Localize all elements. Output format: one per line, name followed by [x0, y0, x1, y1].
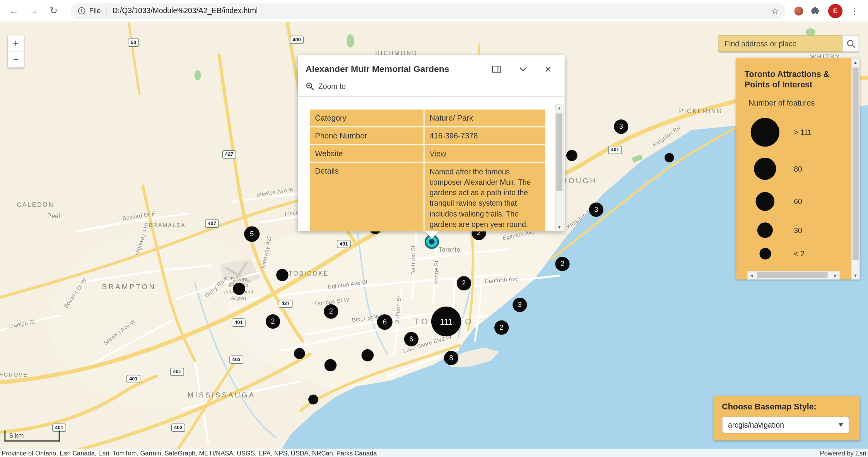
legend-item: 60 [736, 192, 859, 211]
scheme-chip[interactable]: File [77, 7, 101, 15]
selected-feature-core [429, 239, 434, 244]
highway-shield: 427 [279, 300, 293, 308]
table-row: Phone Number 416-396-7378 [310, 127, 545, 145]
highway-shield: 403 [171, 424, 185, 432]
legend-item: 30 [736, 222, 859, 238]
scalebar: 5 km [4, 430, 60, 442]
popup-pointer [425, 231, 438, 239]
cluster-marker[interactable]: 111 [431, 307, 461, 336]
attribute-table: Category Nature/ Park Phone Number 416-3… [310, 109, 545, 231]
highway-shield: 401 [232, 319, 246, 327]
legend-vertical-scrollbar[interactable]: ▲ ▼ [851, 58, 859, 279]
cluster-marker[interactable]: 2 [494, 321, 509, 335]
table-row: Website View [310, 145, 545, 163]
cluster-marker[interactable]: 2 [266, 314, 280, 329]
table-row: Details Named after the famous composer … [310, 163, 545, 231]
scroll-down-arrow[interactable]: ▼ [556, 223, 563, 231]
place-label: SHGROVE [0, 372, 28, 378]
cluster-size-symbol [759, 248, 771, 259]
place-label: MISSISSAUGA [188, 391, 255, 399]
search-button[interactable] [842, 36, 859, 52]
table-row: Category Nature/ Park [310, 109, 545, 127]
zoom-to-action[interactable]: Zoom to [318, 82, 346, 90]
url-text[interactable]: D:/Q3/1033/Module%203/A2_EB/index.html [112, 7, 766, 15]
field-label: Phone Number [310, 127, 424, 144]
scroll-down-arrow[interactable]: ▼ [852, 272, 859, 279]
scrollbar-thumb[interactable] [757, 272, 827, 278]
field-label: Category [310, 109, 424, 126]
feature-point[interactable] [233, 283, 245, 295]
scroll-up-arrow[interactable]: ▲ [852, 59, 859, 66]
scroll-right-arrow[interactable]: ► [832, 272, 839, 279]
address-bar[interactable]: File D:/Q3/1033/Module%203/A2_EB/index.h… [71, 3, 786, 19]
website-view-link[interactable]: View [430, 149, 446, 158]
feature-point[interactable] [325, 359, 337, 371]
legend-item: 80 [736, 158, 859, 180]
browser-menu-icon[interactable]: ⋮ [850, 5, 859, 16]
highway-shield: 401 [170, 368, 184, 376]
feature-point[interactable] [308, 394, 318, 404]
feature-point[interactable] [362, 349, 374, 361]
cluster-marker[interactable]: 2 [324, 304, 338, 319]
cluster-size-symbol [754, 158, 776, 180]
cluster-marker[interactable]: 6 [404, 332, 419, 346]
basemap-picker-panel: Choose Basemap Style: arcgis/navigation [714, 396, 859, 440]
cluster-marker[interactable]: 6 [377, 314, 393, 330]
dock-icon[interactable] [492, 65, 502, 73]
basemap-select[interactable]: arcgis/navigation [722, 417, 849, 433]
legend-value: < 2 [794, 249, 804, 257]
legend-title: Toronto Attractions & Points of Interest [745, 68, 843, 89]
basemap-selected-value: arcgis/navigation [728, 421, 839, 429]
highway-shield: 401 [337, 240, 351, 248]
attribution-bar: Province of Ontario, Esri Canada, Esri, … [0, 449, 868, 457]
field-value: 416-396-7378 [425, 127, 545, 144]
feature-point[interactable] [276, 269, 288, 281]
field-label: Details [310, 163, 424, 231]
cluster-marker[interactable]: 8 [444, 351, 458, 365]
bookmark-icon[interactable]: ☆ [771, 5, 779, 16]
field-value: View [425, 145, 545, 162]
cluster-marker[interactable]: 3 [614, 119, 628, 134]
place-label: CALEDON [17, 201, 54, 208]
scrollbar-thumb[interactable] [853, 68, 859, 260]
place-label: Peel [47, 213, 60, 219]
popup-scrollbar[interactable]: ▲ ▼ [555, 104, 563, 231]
collapse-chevron-icon[interactable] [519, 67, 527, 71]
zoom-to-icon [306, 82, 314, 91]
legend-value: > 111 [794, 128, 812, 136]
popup-header: Alexander Muir Memorial Gardens × [298, 55, 565, 77]
place-label: Toronto [439, 246, 460, 253]
feature-point[interactable] [665, 153, 674, 162]
browser-toolbar: ← → ↻ File D:/Q3/1033/Module%203/A2_EB/i… [0, 0, 868, 22]
cluster-marker[interactable]: 3 [589, 203, 603, 217]
cluster-marker[interactable]: 2 [555, 257, 569, 271]
screen: ← → ↻ File D:/Q3/1033/Module%203/A2_EB/i… [0, 0, 868, 457]
search-input[interactable] [719, 36, 843, 52]
highway-shield: 427 [222, 150, 236, 159]
extensions-puzzle-icon[interactable] [811, 6, 820, 15]
zoom-in-button[interactable]: + [8, 36, 24, 52]
reload-icon[interactable]: ↻ [45, 2, 62, 19]
forward-icon[interactable]: → [26, 2, 42, 19]
place-label: ETOBICOKE [284, 270, 329, 276]
scrollbar-thumb[interactable] [556, 113, 562, 191]
street-label: Yonge St [433, 261, 439, 284]
profile-avatar[interactable]: E [828, 3, 842, 18]
zoom-out-button[interactable]: − [8, 51, 24, 68]
scroll-up-arrow[interactable]: ▲ [556, 104, 563, 112]
cluster-marker[interactable]: 2 [457, 276, 471, 290]
place-label: PICKERING [679, 108, 723, 114]
scroll-left-arrow[interactable]: ◄ [748, 272, 755, 279]
feature-point[interactable] [566, 150, 578, 161]
legend-horizontal-scrollbar[interactable]: ◄ ► [747, 271, 840, 279]
back-icon[interactable]: ← [5, 2, 22, 19]
legend-item: > 111 [736, 118, 859, 147]
extension-icon[interactable] [795, 6, 803, 15]
highway-shield: 50 [128, 38, 139, 46]
field-value: Named after the famous composer Alexande… [425, 163, 545, 231]
feature-point[interactable] [294, 348, 305, 359]
cluster-marker[interactable]: 5 [244, 226, 260, 242]
close-icon[interactable]: × [545, 65, 552, 73]
cluster-size-symbol [755, 192, 774, 211]
cluster-marker[interactable]: 3 [513, 298, 527, 312]
